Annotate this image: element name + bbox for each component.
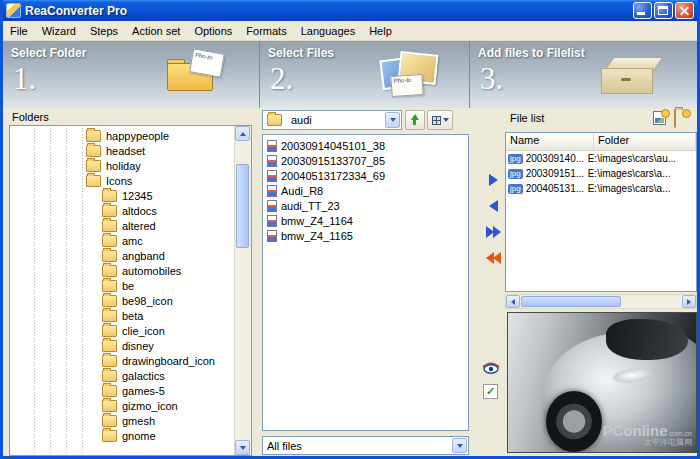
tree-item[interactable]: happypeople xyxy=(10,128,234,143)
app-window: ReaConverter Pro File Wizard Steps Actio… xyxy=(0,0,700,459)
tree-item[interactable]: altered xyxy=(10,218,234,233)
step1-label: Select Folder xyxy=(11,46,86,60)
tree-item[interactable]: gizmo_icon xyxy=(10,398,234,413)
menu-action-set[interactable]: Action set xyxy=(125,23,187,39)
tree-item-label: galactics xyxy=(122,370,165,382)
filelist-row[interactable]: jpg 200405131... E:\images\cars\a... xyxy=(506,181,696,196)
menu-formats[interactable]: Formats xyxy=(239,23,293,39)
tree-item[interactable]: angband xyxy=(10,248,234,263)
menu-wizard[interactable]: Wizard xyxy=(35,23,83,39)
tree-item[interactable]: Icons xyxy=(10,173,234,188)
add-all-files-button[interactable] xyxy=(486,226,500,238)
chevron-down-icon[interactable] xyxy=(385,112,400,128)
folder-icon xyxy=(102,250,117,262)
folder-icon xyxy=(102,340,117,352)
tree-item-label: Icons xyxy=(106,175,132,187)
tree-item[interactable]: 12345 xyxy=(10,188,234,203)
filelist-folder: E:\images\cars\a... xyxy=(588,168,696,179)
file-filter-value: All files xyxy=(267,440,302,452)
tree-item[interactable]: galactics xyxy=(10,368,234,383)
maximize-button[interactable] xyxy=(654,2,673,19)
tree-item[interactable]: clie_icon xyxy=(10,323,234,338)
tree-item[interactable]: beta xyxy=(10,308,234,323)
file-item-label: 20030915133707_85 xyxy=(281,155,385,167)
tree-item-label: angband xyxy=(122,250,165,262)
menu-steps[interactable]: Steps xyxy=(83,23,125,39)
preview-eye-icon[interactable] xyxy=(482,360,500,374)
tree-item[interactable]: altdocs xyxy=(10,203,234,218)
window-controls xyxy=(633,2,694,19)
right-arrow-icon xyxy=(489,174,498,186)
tree-scrollbar[interactable] xyxy=(234,126,251,455)
file-item[interactable]: bmw_Z4_1164 xyxy=(263,213,468,228)
folder-icon xyxy=(102,370,117,382)
column-header-folder[interactable]: Folder xyxy=(594,133,696,150)
jpg-badge: jpg xyxy=(508,169,523,179)
folder-icon xyxy=(102,190,117,202)
file-item-label: 20030914045101_38 xyxy=(281,140,385,152)
minimize-button[interactable] xyxy=(633,2,652,19)
tree-item[interactable]: headset xyxy=(10,143,234,158)
scroll-down-button[interactable] xyxy=(235,440,250,455)
filelist-row[interactable]: jpg 200309140... E:\images\cars\au... xyxy=(506,151,696,166)
remove-all-files-button[interactable] xyxy=(486,252,500,264)
photo-stack-icon: Pho-to xyxy=(379,51,443,97)
close-button[interactable] xyxy=(675,2,694,19)
file-item[interactable]: bmw_Z4_1165 xyxy=(263,228,468,243)
scroll-left-button[interactable] xyxy=(506,295,520,308)
menu-help[interactable]: Help xyxy=(362,23,399,39)
filelist-folder: E:\images\cars\au... xyxy=(588,153,696,164)
tree-item-label: altered xyxy=(122,220,156,232)
autopreview-checkbox[interactable]: ✓ xyxy=(483,384,498,399)
add-folder-icon[interactable] xyxy=(674,110,691,126)
watermark-domain: .com.cn xyxy=(667,430,692,437)
scrollbar-thumb[interactable] xyxy=(521,296,621,307)
tree-item[interactable]: be98_icon xyxy=(10,293,234,308)
folder-icon xyxy=(102,280,117,292)
file-item[interactable]: Audi_R8 xyxy=(263,183,468,198)
tree-item-label: holiday xyxy=(106,160,141,172)
tree-item[interactable]: disney xyxy=(10,338,234,353)
tree-item[interactable]: gnome xyxy=(10,428,234,443)
scroll-right-button[interactable] xyxy=(682,295,696,308)
menu-languages[interactable]: Languages xyxy=(294,23,362,39)
scroll-up-button[interactable] xyxy=(235,126,250,141)
remove-file-button[interactable] xyxy=(489,200,498,212)
tree-item[interactable]: holiday xyxy=(10,158,234,173)
filelist-name: 200405131... xyxy=(526,183,588,194)
filelist-row[interactable]: jpg 200309151... E:\images\cars\a... xyxy=(506,166,696,181)
tree-item[interactable]: games-5 xyxy=(10,383,234,398)
tree-item[interactable]: be xyxy=(10,278,234,293)
image-file-icon xyxy=(267,170,277,182)
up-one-level-button[interactable] xyxy=(405,110,425,130)
image-file-icon xyxy=(267,140,277,152)
file-item[interactable]: 20030914045101_38 xyxy=(263,138,468,153)
filelist-horizontal-scrollbar[interactable] xyxy=(505,294,697,309)
file-item-label: Audi_R8 xyxy=(281,185,323,197)
title-bar[interactable]: ReaConverter Pro xyxy=(3,0,697,21)
tree-item[interactable]: amc xyxy=(10,233,234,248)
folder-tree: happypeople headset holiday Icons 12345 … xyxy=(9,125,252,456)
menu-options[interactable]: Options xyxy=(187,23,239,39)
file-item[interactable]: 20040513172334_69 xyxy=(263,168,468,183)
add-files-icon[interactable] xyxy=(653,110,670,126)
tree-item[interactable]: automobiles xyxy=(10,263,234,278)
folder-combobox[interactable]: audi xyxy=(262,110,402,130)
file-filter-combobox[interactable]: All files xyxy=(262,436,469,455)
scrollbar-thumb[interactable] xyxy=(236,164,249,248)
open-folder-icon xyxy=(86,175,101,187)
filelist-panel-title: File list xyxy=(510,112,544,124)
tree-item[interactable]: drawingboard_icon xyxy=(10,353,234,368)
view-mode-button[interactable] xyxy=(427,110,453,130)
tree-item[interactable]: gmesh xyxy=(10,413,234,428)
chevron-down-icon[interactable] xyxy=(452,438,467,453)
file-item[interactable]: audi_TT_23 xyxy=(263,198,468,213)
filelist-folder: E:\images\cars\a... xyxy=(588,183,696,194)
menu-file[interactable]: File xyxy=(3,23,35,39)
tree-item-label: altdocs xyxy=(122,205,157,217)
tree-item-label: gizmo_icon xyxy=(122,400,178,412)
watermark-tagline: 太平洋电脑网 xyxy=(602,439,692,448)
add-file-button[interactable] xyxy=(489,174,498,186)
file-item[interactable]: 20030915133707_85 xyxy=(263,153,468,168)
column-header-name[interactable]: Name xyxy=(506,133,594,150)
